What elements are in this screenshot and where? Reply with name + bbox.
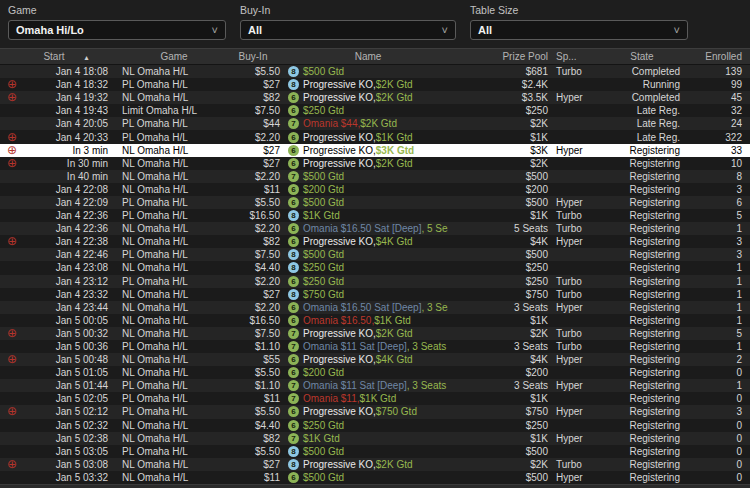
tournament-name-part: $500 Gtd — [303, 446, 344, 457]
tournament-row[interactable]: Jan 5 02:32NL Omaha H/L$4.406$250 Gtd$25… — [0, 419, 750, 432]
column-header-game[interactable]: Game — [108, 51, 226, 62]
tournament-row[interactable]: Jan 5 03:05PL Omaha H/L$5.508$500 Gtd$50… — [0, 445, 750, 458]
column-header-enrolled[interactable]: Enrolled — [680, 51, 750, 62]
prize-pool-cell: $500 — [448, 472, 548, 483]
tournament-row[interactable]: ⊕Jan 4 20:33PL Omaha H/L$2.206Progressiv… — [0, 130, 750, 143]
bounty-crosshair-icon: ⊕ — [7, 326, 17, 340]
game-cell: NL Omaha H/L — [108, 302, 226, 313]
name-cell: 6Progressive KO, $2K Gtd — [280, 92, 448, 103]
tournament-row[interactable]: Jan 4 20:05PL Omaha H/L$447Omania $44, $… — [0, 117, 750, 130]
prize-pool-cell: $4K — [448, 236, 548, 247]
column-header-start[interactable]: Start▴ — [24, 51, 108, 62]
table-size-badge: 6 — [288, 197, 299, 208]
start-cell: Jan 4 23:08 — [24, 262, 108, 273]
filter-buyin: Buy-In All ˅ — [240, 4, 456, 40]
buyin-cell: $11 — [226, 393, 280, 404]
column-header-state[interactable]: State — [604, 51, 680, 62]
tournament-row[interactable]: Jan 4 22:36PL Omaha H/L$16.508$1K Gtd$1K… — [0, 209, 750, 222]
state-cell: Registering — [604, 433, 680, 444]
buyin-cell: $4.40 — [226, 262, 280, 273]
tournament-name-part: $1K Gtd — [303, 433, 340, 444]
start-cell: Jan 4 20:33 — [24, 132, 108, 143]
state-cell: Registering — [604, 393, 680, 404]
prize-pool-cell: 3 Seats — [448, 380, 548, 391]
speed-cell: Hyper — [548, 354, 604, 365]
tournament-row[interactable]: ⊕Jan 4 22:38NL Omaha H/L$826Progressive … — [0, 235, 750, 248]
name-cell: 6Progressive KO, $2K Gtd — [280, 158, 448, 169]
tournament-row[interactable]: Jan 5 02:05PL Omaha H/L$117Omania $11, $… — [0, 392, 750, 405]
game-cell: PL Omaha H/L — [108, 276, 226, 287]
tournament-row[interactable]: Jan 4 22:36NL Omaha H/L$2.206Omania $16.… — [0, 222, 750, 235]
name-cell: 6Omania $16.50, $1K Gtd — [280, 315, 448, 326]
state-cell: Registering — [604, 184, 680, 195]
column-header-buyin[interactable]: Buy-In — [226, 51, 280, 62]
tournament-row[interactable]: Jan 4 23:32NL Omaha H/L$278$750 Gtd$750T… — [0, 288, 750, 301]
tournament-row[interactable]: Jan 4 23:08NL Omaha H/L$4.408$250 Gtd$25… — [0, 261, 750, 274]
tournament-row[interactable]: Jan 5 02:38NL Omaha H/L$827$1K Gtd$1KHyp… — [0, 432, 750, 445]
buyin-cell: $5.50 — [226, 66, 280, 77]
tournament-row[interactable]: ⊕In 3 minNL Omaha H/L$276Progressive KO,… — [0, 144, 750, 157]
tournament-row[interactable]: Jan 5 03:32NL Omaha H/L$116$500 Gtd$500H… — [0, 471, 750, 484]
tournament-row[interactable]: Jan 5 01:05NL Omaha H/L$5.506$200 Gtd$20… — [0, 366, 750, 379]
tournament-name-part: $2K Gtd — [376, 79, 413, 90]
enrolled-cell: 6 — [680, 197, 750, 208]
bounty-cell: ⊕ — [0, 328, 24, 339]
prize-pool-cell: $500 — [448, 446, 548, 457]
table-size-badge: 6 — [288, 420, 299, 431]
buyin-cell: $11 — [226, 184, 280, 195]
state-cell: Completed — [604, 66, 680, 77]
state-cell: Registering — [604, 197, 680, 208]
column-header-name[interactable]: Name — [280, 51, 448, 62]
name-cell: 7Omania $44, $2K Gtd — [280, 118, 448, 129]
table-bottom-bar — [0, 484, 750, 488]
tournament-row[interactable]: ⊕Jan 5 02:12PL Omaha H/L$5.506Progressiv… — [0, 405, 750, 418]
start-cell: Jan 4 22:08 — [24, 184, 108, 195]
buyin-cell: $2.20 — [226, 132, 280, 143]
buyin-dropdown[interactable]: All ˅ — [240, 20, 456, 40]
buyin-cell: $82 — [226, 92, 280, 103]
game-cell: NL Omaha H/L — [108, 236, 226, 247]
game-dropdown[interactable]: Omaha Hi/Lo ˅ — [8, 20, 226, 40]
tournament-row[interactable]: Jan 4 19:43Limit Omaha H/L$7.506$250 Gtd… — [0, 104, 750, 117]
tournament-name-part: $250 Gtd — [303, 420, 344, 431]
tournament-name-part: Progressive KO, — [303, 328, 376, 339]
filter-buyin-label: Buy-In — [240, 4, 456, 16]
tournament-row[interactable]: Jan 5 01:44PL Omaha H/L$1.107Omania $11 … — [0, 379, 750, 392]
tournament-row[interactable]: Jan 4 22:46PL Omaha H/L$7.508$500 Gtd$50… — [0, 248, 750, 261]
game-cell: NL Omaha H/L — [108, 145, 226, 156]
enrolled-cell: 1 — [680, 276, 750, 287]
state-cell: Late Reg. — [604, 105, 680, 116]
tournament-name-part: $500 Gtd — [303, 171, 344, 182]
tournament-row[interactable]: Jan 4 22:09PL Omaha H/L$5.506$500 Gtd$50… — [0, 196, 750, 209]
tournament-row[interactable]: ⊕Jan 4 19:32NL Omaha H/L$826Progressive … — [0, 91, 750, 104]
tournament-name-part: $2K Gtd — [360, 118, 397, 129]
tournament-row[interactable]: Jan 4 18:08NL Omaha H/L$5.508$500 Gtd$68… — [0, 65, 750, 78]
tournament-name-part: $4K Gtd — [376, 236, 413, 247]
tournament-row[interactable]: Jan 4 22:08NL Omaha H/L$116$200 Gtd$200R… — [0, 183, 750, 196]
tournament-row[interactable]: Jan 5 00:36PL Omaha H/L$1.107Omania $11 … — [0, 340, 750, 353]
tournament-row[interactable]: ⊕In 30 minNL Omaha H/L$276Progressive KO… — [0, 157, 750, 170]
start-cell: Jan 5 00:48 — [24, 354, 108, 365]
tournament-row[interactable]: ⊕Jan 5 00:48NL Omaha H/L$556Progressive … — [0, 353, 750, 366]
tournament-row[interactable]: Jan 4 23:12PL Omaha H/L$2.206$250 Gtd$25… — [0, 275, 750, 288]
tournament-row[interactable]: ⊕Jan 4 18:32PL Omaha H/L$278Progressive … — [0, 78, 750, 91]
enrolled-cell: 24 — [680, 118, 750, 129]
prize-pool-cell: $2K — [448, 328, 548, 339]
tournament-row[interactable]: In 40 minNL Omaha H/L$2.207$500 Gtd$500R… — [0, 170, 750, 183]
buyin-cell: $1.10 — [226, 380, 280, 391]
table-size-badge: 7 — [288, 380, 299, 391]
tournament-row[interactable]: ⊕Jan 5 03:08NL Omaha H/L$278Progressive … — [0, 458, 750, 471]
filter-game: Game Omaha Hi/Lo ˅ — [8, 4, 226, 40]
column-header-prize-pool[interactable]: Prize Pool — [448, 51, 548, 62]
name-cell: 6$200 Gtd — [280, 367, 448, 378]
tournament-row[interactable]: Jan 4 23:44NL Omaha H/L$2.206Omania $16.… — [0, 301, 750, 314]
game-cell: NL Omaha H/L — [108, 223, 226, 234]
name-cell: 6Progressive KO, $750 Gtd — [280, 406, 448, 417]
column-header-speed[interactable]: Sp... — [548, 51, 604, 62]
tournament-row[interactable]: Jan 5 00:05NL Omaha H/L$16.506Omania $16… — [0, 314, 750, 327]
buyin-cell: $82 — [226, 433, 280, 444]
enrolled-cell: 0 — [680, 367, 750, 378]
table-size-dropdown-value: All — [478, 24, 492, 36]
table-size-dropdown[interactable]: All ˅ — [470, 20, 688, 40]
tournament-row[interactable]: ⊕Jan 5 00:32NL Omaha H/L$7.507Progressiv… — [0, 327, 750, 340]
